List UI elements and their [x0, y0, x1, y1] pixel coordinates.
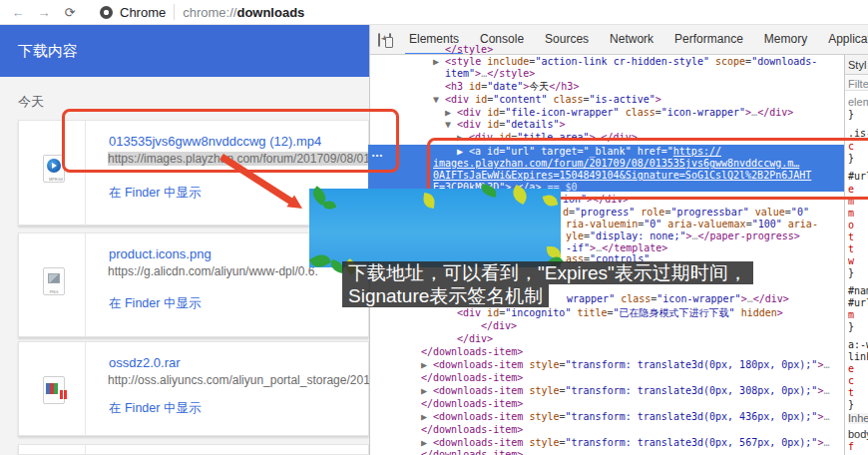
show-in-finder-link[interactable]: 在 Finder 中显示 — [109, 185, 201, 202]
download-source-url: https://g.alicdn.com/aliyun/www-dpl/0.6. — [108, 264, 318, 278]
code-line[interactable]: ▶ <style include="action-link cr-hidden-… — [433, 56, 817, 67]
code-line[interactable]: wrapper" class="icon-wrapper">…</div> — [567, 293, 789, 304]
styles-panel-line: m — [848, 309, 854, 320]
devtools-tab-application[interactable]: Application — [828, 25, 868, 55]
caption-line-1: 下载地址，可以看到，"Expires"表示过期时间， — [342, 261, 753, 284]
styles-panel-line: Filter — [848, 79, 868, 90]
code-line[interactable]: ▶ <downloads-item style="transform: tran… — [421, 359, 829, 370]
code-line[interactable]: </style> — [445, 44, 493, 55]
styles-panel-line: c — [848, 375, 854, 386]
code-line[interactable]: </downloads-item> — [421, 346, 523, 357]
styles-panel-line: t — [848, 243, 854, 254]
screen: ← → ⟳ Chrome chrome:// downloads 下载内容 今天… — [0, 0, 868, 455]
code-line[interactable]: <div id="incognito" title="已在隐身模式下进行下载" … — [457, 307, 783, 318]
devtools-tab-network[interactable]: Network — [610, 25, 653, 55]
code-line[interactable]: ▶ <downloads-item style="transform: tran… — [421, 437, 829, 448]
show-in-finder-link[interactable]: 在 Finder 中显示 — [109, 400, 201, 417]
leaf-decoration — [422, 193, 436, 209]
url-host[interactable]: downloads — [236, 5, 304, 20]
code-line[interactable]: ▼ <div id="content" class="is-active"> — [433, 94, 661, 105]
styles-panel-line: e — [848, 363, 854, 374]
code-line[interactable]: </downloads-item> — [421, 424, 523, 435]
styles-panel-line: Inher — [848, 413, 868, 424]
url-scheme[interactable]: chrome:// — [183, 5, 236, 20]
forward-icon[interactable]: → — [36, 5, 52, 20]
back-icon[interactable]: ← — [10, 5, 26, 20]
code-line[interactable]: -if">…</template> — [566, 242, 667, 253]
code-line[interactable]: </downloads-item> — [421, 398, 523, 409]
code-line[interactable]: ▶ <downloads-item style="transform: tran… — [421, 411, 829, 422]
code-line[interactable]: yle="display: none;">…</paper-progress> — [566, 230, 800, 241]
downloads-header: 下载内容 — [0, 25, 369, 77]
caption-line-2: Signature表示签名机制 — [342, 284, 549, 307]
file-icon-column — [19, 342, 86, 435]
download-source-url: http://oss.aliyuncs.com/aliyun_portal_st… — [108, 373, 370, 387]
browser-brand-label: Chrome — [120, 5, 166, 20]
styles-panel-line: o — [848, 220, 854, 230]
styles-panel-divider[interactable] — [844, 55, 845, 455]
devtools-tab-sources[interactable]: Sources — [545, 25, 589, 55]
chrome-logo-icon — [100, 6, 113, 19]
file-icon-column: PNG — [19, 233, 86, 336]
styles-panel-line: m — [848, 208, 854, 219]
page-title: 下载内容 — [18, 42, 78, 61]
reload-icon[interactable]: ⟳ — [62, 5, 78, 20]
browser-toolbar: ← → ⟳ Chrome chrome:// downloads — [0, 0, 868, 25]
code-line[interactable]: </downloads-item> — [421, 372, 523, 383]
styles-panel-line: body — [848, 429, 868, 440]
styles-panel-line: #url — [848, 297, 868, 308]
styles-panel-line: Styl — [848, 60, 866, 71]
styles-panel-line: f — [848, 441, 854, 452]
code-line[interactable]: </div> — [481, 320, 517, 331]
code-line[interactable]: d="progress" role="progressbar" value="0… — [563, 207, 809, 218]
code-line[interactable]: </div> — [457, 333, 493, 344]
video-frame-overlay — [309, 189, 561, 267]
styles-panel-line: w — [848, 255, 854, 266]
png-file-icon: PNG — [43, 267, 65, 295]
download-file-link[interactable]: ossdz2.0.rar — [109, 355, 181, 370]
styles-panel-line: #nam — [848, 285, 868, 296]
inspect-element-icon[interactable] — [378, 33, 380, 47]
styles-panel-line: } — [848, 399, 854, 410]
code-line[interactable]: item">…</style> — [445, 68, 535, 79]
download-card: ossdz2.0.rarhttp://oss.aliyuncs.com/aliy… — [18, 341, 369, 436]
rar-file-icon — [43, 376, 65, 404]
styles-panel-line: link — [848, 351, 868, 362]
code-line[interactable]: </downloads-item> — [421, 449, 523, 455]
devtools-tab-performance[interactable]: Performance — [674, 25, 743, 55]
device-toolbar-icon[interactable] — [389, 33, 391, 46]
code-line[interactable]: <h3 id="date">今天</h3> — [445, 81, 579, 92]
code-line[interactable]: ▼ <div id="details"> — [445, 119, 565, 130]
download-file-link[interactable]: product.icons.png — [109, 246, 212, 261]
styles-panel-line: t — [848, 387, 854, 398]
show-in-finder-link[interactable]: 在 Finder 中显示 — [109, 295, 201, 312]
file-icon-column — [19, 445, 86, 454]
annotation-box-download-url — [62, 109, 399, 173]
code-line[interactable]: ▶ <div id="file-icon-wrapper" class="ico… — [445, 107, 793, 118]
styles-panel-line: } — [848, 267, 854, 278]
styles-panel-line: a:-w — [848, 339, 868, 350]
styles-panel-line: t — [848, 231, 854, 242]
leaf-decoration — [543, 194, 559, 209]
download-card-partial[interactable] — [18, 444, 369, 455]
file-type-badge: MPEG4 — [49, 178, 59, 183]
code-line[interactable]: ▶ <downloads-item style="transform: tran… — [421, 385, 829, 396]
address-bar-divider — [174, 4, 175, 20]
date-heading: 今天 — [18, 93, 44, 111]
devtools-tab-memory[interactable]: Memory — [764, 25, 807, 55]
styles-panel-line: elem — [848, 97, 868, 108]
styles-panel-line: } — [848, 321, 854, 332]
code-line[interactable]: ria-valuemin="0" aria-valuemax="100" ari… — [566, 219, 818, 229]
styles-panel-line: } — [848, 109, 854, 120]
file-type-badge: PNG — [49, 290, 59, 295]
